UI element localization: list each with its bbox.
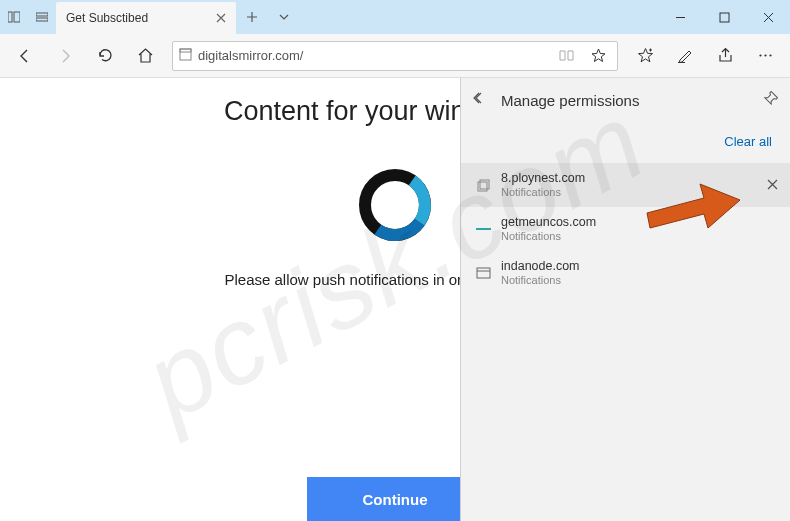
- browser-toolbar: digitalsmirror.com/: [0, 34, 790, 78]
- browser-tab[interactable]: Get Subsctibed: [56, 2, 236, 34]
- svg-rect-6: [180, 49, 191, 52]
- site-icon: [475, 177, 491, 193]
- new-tab-button[interactable]: [236, 0, 268, 34]
- svg-rect-12: [476, 228, 491, 230]
- window-titlebar: Get Subsctibed: [0, 0, 790, 34]
- chevron-down-icon[interactable]: [268, 0, 300, 34]
- panel-title: Manage permissions: [501, 92, 753, 109]
- site-icon: [475, 265, 491, 281]
- permission-domain: 8.ploynest.com: [501, 171, 585, 185]
- permission-type: Notifications: [501, 274, 580, 287]
- remove-permission-button[interactable]: [767, 176, 778, 194]
- refresh-button[interactable]: [86, 37, 124, 75]
- close-window-button[interactable]: [746, 0, 790, 34]
- favorite-star-icon[interactable]: [585, 48, 611, 63]
- tabs-list-icon[interactable]: [28, 0, 56, 34]
- maximize-button[interactable]: [702, 0, 746, 34]
- back-button[interactable]: [6, 37, 44, 75]
- svg-rect-4: [720, 13, 729, 22]
- svg-rect-2: [36, 13, 48, 16]
- svg-point-9: [769, 54, 771, 56]
- close-icon[interactable]: [216, 9, 226, 27]
- pin-icon[interactable]: [763, 91, 778, 110]
- forward-button[interactable]: [46, 37, 84, 75]
- svg-rect-13: [477, 268, 490, 278]
- tab-aside-icon[interactable]: [0, 0, 28, 34]
- svg-rect-0: [8, 12, 12, 22]
- address-bar[interactable]: digitalsmirror.com/: [172, 41, 618, 71]
- home-button[interactable]: [126, 37, 164, 75]
- reading-view-icon[interactable]: [553, 49, 579, 62]
- svg-rect-10: [478, 182, 487, 191]
- svg-rect-5: [180, 49, 191, 60]
- minimize-button[interactable]: [658, 0, 702, 34]
- share-button[interactable]: [706, 37, 744, 75]
- svg-rect-3: [36, 18, 48, 21]
- clear-all-link[interactable]: Clear all: [724, 134, 772, 149]
- arrow-callout-icon: [642, 178, 742, 242]
- svg-point-7: [759, 54, 761, 56]
- permission-domain: indanode.com: [501, 259, 580, 273]
- tab-title: Get Subsctibed: [66, 11, 208, 25]
- site-info-icon[interactable]: [179, 47, 192, 65]
- favorites-button[interactable]: [626, 37, 664, 75]
- permissions-panel: Manage permissions Clear all 8.ploynest.…: [460, 78, 790, 521]
- permission-item[interactable]: indanode.com Notifications: [461, 251, 790, 295]
- more-button[interactable]: [746, 37, 784, 75]
- loading-spinner-icon: [359, 169, 431, 241]
- site-icon: [475, 221, 491, 237]
- svg-point-8: [764, 54, 766, 56]
- permission-domain: getmeuncos.com: [501, 215, 596, 229]
- continue-button[interactable]: Continue: [307, 477, 483, 521]
- url-text: digitalsmirror.com/: [198, 48, 547, 63]
- permission-type: Notifications: [501, 230, 596, 243]
- panel-back-icon[interactable]: [473, 91, 491, 109]
- svg-rect-11: [480, 180, 489, 189]
- svg-rect-1: [14, 12, 20, 22]
- notes-button[interactable]: [666, 37, 704, 75]
- permission-type: Notifications: [501, 186, 585, 199]
